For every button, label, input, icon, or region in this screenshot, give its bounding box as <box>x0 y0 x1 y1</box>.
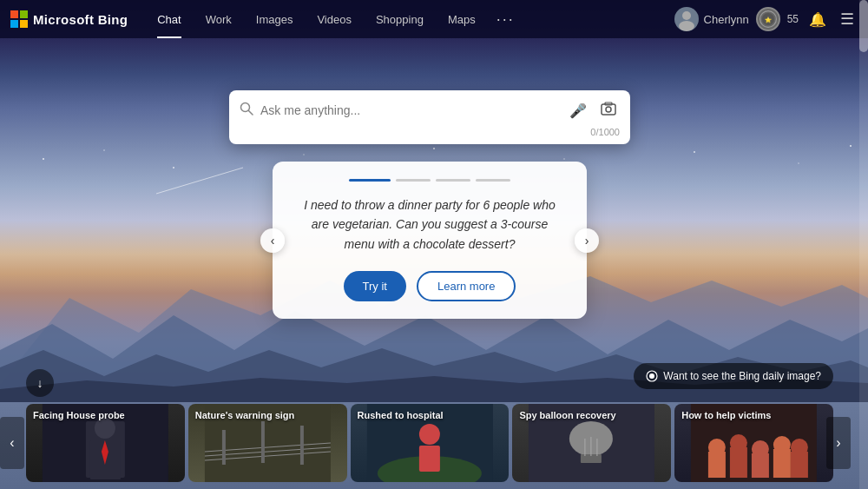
nav-images[interactable]: Images <box>244 0 306 38</box>
svg-rect-41 <box>261 421 265 463</box>
carousel-card: ‹ I need to throw a dinner party for 6 p… <box>273 162 587 319</box>
dot-4 <box>476 179 510 182</box>
avatar <box>674 7 699 31</box>
svg-rect-39 <box>222 430 226 465</box>
news-strip: ‹ Facing House probe <box>0 404 859 482</box>
svg-rect-62 <box>791 452 808 478</box>
carousel-next-arrow[interactable]: › <box>575 228 599 253</box>
svg-rect-25 <box>602 104 615 115</box>
svg-rect-16 <box>10 20 18 28</box>
daily-image-label: Want to see the Bing daily image? <box>663 370 821 382</box>
scrollbar-thumb[interactable] <box>859 0 868 52</box>
news-card-3[interactable]: Rushed to hospital <box>351 404 510 482</box>
location-icon <box>646 370 658 382</box>
nav-more[interactable]: ··· <box>488 10 523 29</box>
nav-right: Cherlynn ⭐ 55 🔔 ☰ <box>674 6 858 32</box>
search-bottom: 0/1000 <box>229 123 630 144</box>
svg-rect-15 <box>20 10 28 18</box>
user-section[interactable]: Cherlynn <box>674 7 749 31</box>
carousel-text: I need to throw a dinner party for 6 peo… <box>293 195 566 254</box>
search-top: 🎤 <box>229 90 630 123</box>
expand-button[interactable]: ↓ <box>26 369 54 397</box>
navbar: Microsoft Bing Chat Work Images Videos S… <box>0 0 868 38</box>
svg-text:⭐: ⭐ <box>765 17 772 23</box>
news-prev-arrow[interactable]: ‹ <box>0 417 24 469</box>
svg-rect-14 <box>10 10 18 18</box>
notification-icon[interactable]: 🔔 <box>806 8 830 31</box>
nav-maps[interactable]: Maps <box>436 0 488 38</box>
nav-shopping[interactable]: Shopping <box>364 0 436 38</box>
microphone-icon[interactable]: 🎤 <box>566 99 590 122</box>
svg-rect-40 <box>300 426 304 465</box>
dot-3 <box>436 179 470 182</box>
reward-score: 55 <box>787 13 799 25</box>
news-card-label-2: Nature's warning sign <box>195 409 294 421</box>
news-card-label-5: How to help victims <box>681 409 771 421</box>
search-icon <box>240 102 253 119</box>
dot-2 <box>396 179 431 182</box>
svg-point-18 <box>682 11 691 20</box>
search-container: 🎤 0/1000 <box>229 90 630 144</box>
carousel-buttons: Try it Learn more <box>344 271 516 301</box>
news-next-arrow[interactable]: › <box>826 417 851 469</box>
svg-point-44 <box>418 424 439 445</box>
svg-point-29 <box>649 373 654 379</box>
reward-badge[interactable]: ⭐ <box>756 7 780 31</box>
dot-1 <box>349 179 391 182</box>
search-input[interactable] <box>260 103 559 117</box>
svg-rect-17 <box>20 20 28 28</box>
news-card-label-3: Rushed to hospital <box>358 409 444 421</box>
news-card-5[interactable]: How to help victims <box>674 404 833 482</box>
nav-chat[interactable]: Chat <box>145 0 193 38</box>
svg-rect-45 <box>418 446 439 472</box>
bottom-section: ↓ Want to see the Bing daily image? ‹ <box>0 369 859 489</box>
daily-image-button[interactable]: Want to see the Bing daily image? <box>634 363 833 389</box>
nav-work[interactable]: Work <box>194 0 244 38</box>
camera-icon[interactable] <box>597 97 620 123</box>
user-name: Cherlynn <box>704 13 749 26</box>
news-cards: Facing House probe Nature's warnin <box>0 404 859 482</box>
carousel-prev-arrow[interactable]: ‹ <box>260 228 285 253</box>
svg-rect-60 <box>752 453 769 478</box>
nav-videos[interactable]: Videos <box>305 0 364 38</box>
svg-rect-59 <box>730 447 747 478</box>
svg-rect-61 <box>773 449 791 478</box>
svg-line-24 <box>249 111 253 116</box>
microsoft-logo-icon <box>10 10 28 28</box>
logo[interactable]: Microsoft Bing <box>10 10 128 28</box>
svg-point-26 <box>606 107 611 112</box>
char-count: 0/1000 <box>590 127 620 137</box>
scrollbar[interactable] <box>859 0 868 489</box>
hamburger-icon[interactable]: ☰ <box>837 6 858 32</box>
learn-more-button[interactable]: Learn more <box>417 271 516 301</box>
carousel-dots <box>349 179 510 182</box>
news-card-label-1: Facing House probe <box>33 409 125 421</box>
svg-point-19 <box>679 21 694 31</box>
news-card-4[interactable]: Spy balloon recovery <box>512 404 671 482</box>
news-card-label-4: Spy balloon recovery <box>519 409 615 421</box>
nav-items: Chat Work Images Videos Shopping Maps ··… <box>145 0 674 38</box>
svg-rect-58 <box>708 452 726 478</box>
try-it-button[interactable]: Try it <box>344 271 406 301</box>
news-card-2[interactable]: Nature's warning sign <box>188 404 347 482</box>
news-card-1[interactable]: Facing House probe <box>26 404 185 482</box>
logo-text: Microsoft Bing <box>33 12 128 27</box>
